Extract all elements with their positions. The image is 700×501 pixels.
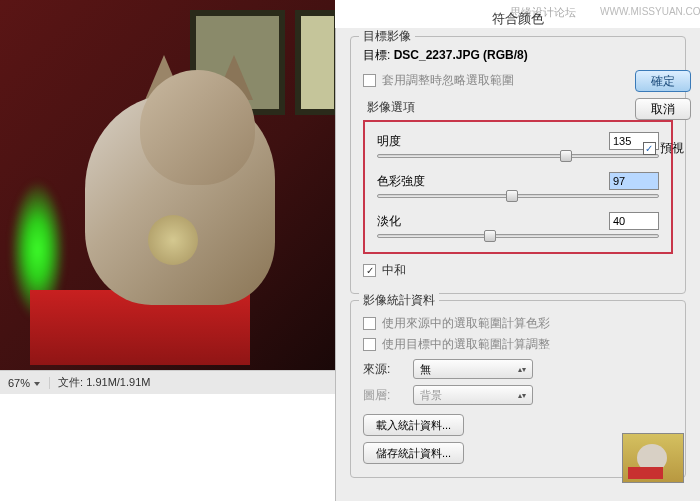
checkbox-icon <box>363 338 376 351</box>
section-title-target: 目標影像 <box>359 28 415 45</box>
fade-slider[interactable] <box>377 234 659 238</box>
source-label: 來源: <box>363 361 405 378</box>
source-thumbnail <box>622 433 684 483</box>
dialog-title: 符合颜色 <box>335 10 700 30</box>
brightness-slider[interactable] <box>377 154 659 158</box>
select-arrows-icon: ▴▾ <box>518 391 526 400</box>
fade-control: 淡化 <box>377 212 659 238</box>
checkbox-icon <box>363 74 376 87</box>
image-canvas[interactable] <box>0 0 335 370</box>
ok-button[interactable]: 確定 <box>635 70 691 92</box>
intensity-control: 色彩強度 <box>377 172 659 198</box>
save-stats-button[interactable]: 儲存統計資料... <box>363 442 464 464</box>
checkbox-icon: ✓ <box>363 264 376 277</box>
match-color-dialog: 目標影像 目標: DSC_2237.JPG (RGB/8) 套用調整時忽略選取範… <box>335 28 700 501</box>
use-source-selection-checkbox: 使用來源中的選取範圍計算色彩 <box>363 315 673 332</box>
ignore-selection-checkbox[interactable]: 套用調整時忽略選取範圍 <box>363 72 673 89</box>
select-arrows-icon: ▴▾ <box>518 365 526 374</box>
section-title-options: 影像選項 <box>363 99 673 116</box>
highlighted-options: 明度 色彩強度 淡化 <box>363 120 673 254</box>
layer-label: 圖層: <box>363 387 405 404</box>
preview-checkbox[interactable]: 預視 <box>643 140 684 157</box>
file-size-info: 文件: 1.91M/1.91M <box>50 375 158 390</box>
source-select[interactable]: 無▴▾ <box>413 359 533 379</box>
brightness-label: 明度 <box>377 133 401 150</box>
checkbox-icon <box>363 317 376 330</box>
neutralize-checkbox[interactable]: ✓ 中和 <box>363 262 673 279</box>
target-info: 目標: DSC_2237.JPG (RGB/8) <box>363 47 673 64</box>
layer-row: 圖層: 背景▴▾ <box>363 385 673 405</box>
zoom-level[interactable]: 67% <box>0 377 50 389</box>
photo-content <box>0 0 335 370</box>
checkbox-icon <box>643 142 656 155</box>
intensity-slider[interactable] <box>377 194 659 198</box>
use-target-selection-checkbox: 使用目標中的選取範圍計算調整 <box>363 336 673 353</box>
fade-label: 淡化 <box>377 213 401 230</box>
cancel-button[interactable]: 取消 <box>635 98 691 120</box>
chevron-down-icon <box>33 380 41 388</box>
layer-select: 背景▴▾ <box>413 385 533 405</box>
dialog-buttons: 確定 取消 預視 <box>634 70 692 157</box>
status-bar: 67% 文件: 1.91M/1.91M <box>0 370 335 394</box>
intensity-label: 色彩強度 <box>377 173 425 190</box>
section-title-stats: 影像統計資料 <box>359 292 439 309</box>
brightness-control: 明度 <box>377 132 659 158</box>
load-stats-button[interactable]: 載入統計資料... <box>363 414 464 436</box>
fade-input[interactable] <box>609 212 659 230</box>
intensity-input[interactable] <box>609 172 659 190</box>
source-row: 來源: 無▴▾ <box>363 359 673 379</box>
